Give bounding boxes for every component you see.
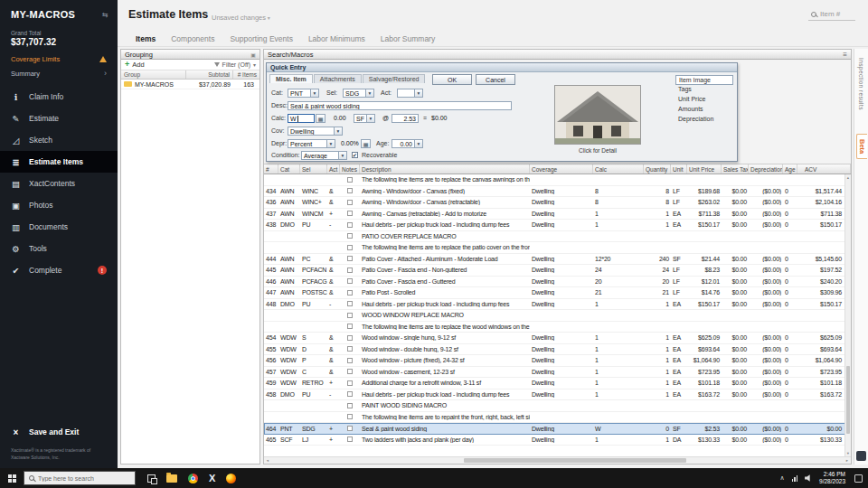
tab-labor-minimums[interactable]: Labor Minimums (308, 34, 365, 43)
clock[interactable]: 2:46 PM 9/28/2023 (819, 471, 845, 486)
detail-tab-depreciation[interactable]: Depreciation (675, 115, 733, 125)
column-header-sel[interactable]: Sel (300, 164, 327, 174)
grouping-row[interactable]: MY-MACROS $37,020.89 163 (121, 80, 259, 89)
coverage-select[interactable]: Dwelling (288, 127, 335, 136)
note-row[interactable]: WOOD WINDOW REPLACE MACRO (264, 310, 851, 322)
depreciation-calculator-button[interactable] (361, 139, 371, 148)
note-checkbox[interactable] (347, 391, 353, 397)
collapse-sidebar-icon[interactable] (102, 11, 108, 19)
column-header-depreciation[interactable]: Depreciation (749, 164, 783, 174)
detail-tab-unit-price[interactable]: Unit Price (675, 95, 733, 105)
age-input[interactable]: 0.00 (392, 139, 415, 148)
show-hidden-icons-icon[interactable] (779, 474, 784, 482)
item-row[interactable]: 444AWNPC&Patio Cover - Attached - Alumin… (264, 254, 851, 266)
scroll-up-icon[interactable] (845, 174, 851, 181)
tab-supporting-events[interactable]: Supporting Events (230, 34, 292, 43)
chrome-icon[interactable] (188, 474, 198, 483)
note-checkbox[interactable] (347, 256, 353, 261)
sidebar-item-estimate[interactable]: ✎Estimate (0, 108, 118, 129)
item-row[interactable]: 456WDWP&Wood window - picture (fixed), 2… (264, 355, 851, 367)
add-group-button[interactable]: Add (132, 61, 144, 69)
item-row[interactable]: 455WDWD&Wood window - double hung, 9-12 … (264, 344, 851, 356)
tab-items[interactable]: Items (136, 34, 156, 43)
item-row[interactable]: 436AWNWINC+&Awning - Window/door - Canva… (264, 197, 851, 209)
item-row[interactable]: 457WDWC&Wood window - casement, 12-23 sf… (264, 367, 851, 379)
note-row[interactable]: The following line items are to replace … (264, 174, 851, 186)
summary-link[interactable]: Summary (0, 63, 118, 78)
sidebar-item-documents[interactable]: ▥Documents (0, 216, 118, 238)
scrollbar-thumb[interactable] (464, 458, 687, 463)
note-row[interactable]: The following line items are to replace … (264, 322, 851, 333)
sidebar-item-photos[interactable]: ▣Photos (0, 194, 118, 216)
age-dropdown-button[interactable] (415, 139, 423, 148)
column-header-cat[interactable]: Cat (278, 164, 300, 174)
item-preview-image[interactable] (554, 85, 641, 145)
item-row[interactable]: 464PNTSDG+Seal & paint wood sidingDwelli… (264, 423, 851, 435)
column-header-notes[interactable]: Notes (340, 164, 360, 174)
column-header-[interactable]: # (264, 164, 278, 174)
item-row[interactable]: 434AWNWINC&Awning - Window/door - Canvas… (264, 186, 851, 198)
coverage-limits[interactable]: Coverage Limits (0, 55, 118, 63)
note-checkbox[interactable] (347, 403, 353, 408)
filter-button[interactable]: Filter (Off) (214, 61, 256, 68)
sel-input[interactable]: SDG (343, 89, 366, 98)
note-checkbox[interactable] (347, 436, 353, 442)
item-row[interactable]: 437AWNWINCM+Awning - Canvas (retractable… (264, 209, 851, 221)
scroll-right-icon[interactable] (844, 457, 851, 464)
note-row[interactable]: PATIO COVER REPLACE MACRO (264, 231, 851, 243)
item-row[interactable]: 458DMOPU-Haul debris - per pickup truck … (264, 389, 851, 401)
scroll-left-icon[interactable] (264, 457, 271, 464)
sidebar-item-estimate-items[interactable]: ≣Estimate Items (0, 151, 118, 173)
cat-dropdown-button[interactable] (311, 89, 319, 98)
taskbar-search[interactable]: Type here to search (24, 471, 136, 485)
condition-select[interactable]: Average (301, 151, 339, 160)
act-dropdown-button[interactable] (415, 89, 423, 98)
column-header-acv[interactable]: ACV (797, 164, 851, 174)
menu-icon[interactable] (843, 51, 847, 59)
grouping-column-group[interactable]: Group (121, 70, 186, 79)
sidebar-item-tools[interactable]: ⚙Tools (0, 238, 118, 259)
task-view-icon[interactable] (147, 474, 156, 483)
panel-options-icon[interactable] (250, 51, 256, 59)
item-row[interactable]: 465SCFLJ+Two ladders with jacks and plan… (264, 435, 851, 446)
note-checkbox[interactable] (347, 278, 353, 284)
item-row[interactable]: 446AWNPCFACG&Patio Cover - Fascia end - … (264, 277, 851, 288)
sidebar-item-sketch[interactable]: ◿Sketch (0, 129, 118, 151)
depreciation-select[interactable]: Percent (288, 139, 327, 148)
sel-dropdown-button[interactable] (366, 89, 374, 98)
sidebar-item-complete[interactable]: ✔Complete! (0, 259, 118, 281)
grouping-column-items[interactable]: # Items (233, 70, 259, 79)
note-checkbox[interactable] (347, 335, 353, 341)
act-input[interactable] (397, 89, 415, 98)
scrollbar-thumb[interactable] (846, 366, 850, 434)
vertical-scrollbar[interactable] (844, 174, 851, 456)
note-checkbox[interactable] (347, 380, 353, 386)
item-row[interactable]: 447AWNPOSTSC&Patio Post - ScrolledDwelli… (264, 287, 851, 299)
beta-tab[interactable]: Beta (856, 134, 867, 159)
depreciation-dropdown-button[interactable] (327, 139, 335, 148)
note-checkbox[interactable] (347, 245, 353, 250)
item-row[interactable]: 454WDWS&Wood window - single hung, 9-12 … (264, 333, 851, 344)
note-checkbox[interactable] (347, 233, 353, 239)
tab-labor-summary[interactable]: Labor Summary (381, 34, 435, 43)
item-search-input[interactable]: Item # (808, 9, 855, 21)
quick-entry-tab-misc-item[interactable]: Misc. Item (269, 74, 313, 83)
scroll-down-icon[interactable] (845, 450, 851, 456)
note-checkbox[interactable] (347, 346, 353, 352)
note-checkbox[interactable] (347, 301, 353, 306)
sidebar-item-claim-info[interactable]: ℹClaim Info (0, 86, 118, 108)
note-checkbox[interactable] (347, 267, 353, 273)
volume-icon[interactable] (805, 474, 812, 482)
note-checkbox[interactable] (347, 200, 353, 205)
unsaved-changes-dropdown[interactable]: Unsaved changes (212, 14, 270, 22)
inspection-results-tab[interactable]: Inspection results (858, 58, 864, 110)
unit-price-input[interactable]: 2.53 (392, 114, 419, 123)
note-checkbox[interactable] (347, 211, 353, 216)
note-checkbox[interactable] (347, 324, 353, 329)
file-explorer-icon[interactable] (166, 474, 177, 483)
calc-input[interactable]: W (288, 114, 315, 123)
calculator-button[interactable] (316, 114, 326, 123)
note-checkbox[interactable] (347, 426, 353, 431)
recoverable-checkbox[interactable] (352, 152, 358, 158)
network-icon[interactable] (792, 474, 798, 482)
